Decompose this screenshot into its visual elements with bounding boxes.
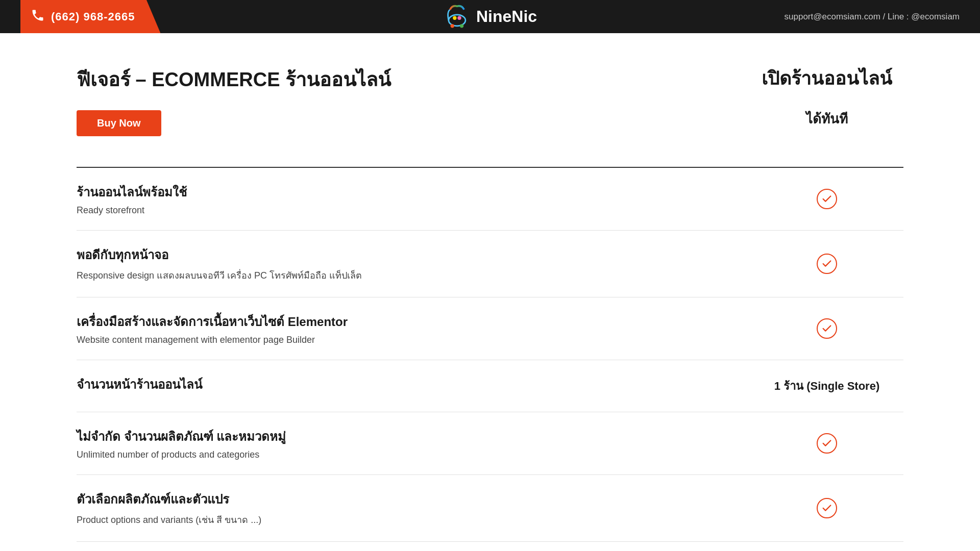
feature-row: จำนวนหน้าร้านออนไลน์1 ร้าน (Single Store… xyxy=(77,360,903,412)
logo-area: NineNic xyxy=(443,3,537,31)
feature-row: เครื่องมือสร้างและจัดการเนื้อหาเว็บไซต์ … xyxy=(77,297,903,360)
page-title: ฟีเจอร์ – ECOMMERCE ร้านออนไลน์ xyxy=(77,64,750,95)
feature-subtitle-en: Product options and variants (เช่น สี ขน… xyxy=(77,512,750,527)
page-header: (662) 968-2665 xyxy=(0,0,980,33)
feature-title-thai: พอดีกับทุกหน้าจอ xyxy=(77,245,750,265)
feature-left: จำนวนหน้าร้านออนไลน์ xyxy=(77,374,750,397)
phone-icon xyxy=(31,8,45,26)
column-title: เปิดร้านออนไลน์ xyxy=(750,64,903,93)
check-icon xyxy=(817,498,837,518)
phone-number: (662) 968-2665 xyxy=(51,10,135,23)
support-info: support@ecomsiam.com / Line : @ecomsiam xyxy=(785,12,960,22)
feature-title-thai: ตัวเลือกผลิตภัณฑ์และตัวแปร xyxy=(77,489,750,509)
check-icon xyxy=(817,433,837,454)
feature-right xyxy=(750,254,903,274)
svg-point-4 xyxy=(457,16,461,20)
feature-title-thai: จำนวนหน้าร้านออนไลน์ xyxy=(77,374,750,394)
feature-right xyxy=(750,498,903,518)
feature-left: พอดีกับทุกหน้าจอResponsive design แสดงผล… xyxy=(77,245,750,283)
header-left: (662) 968-2665 xyxy=(20,0,160,33)
svg-point-2 xyxy=(460,24,463,28)
feature-right xyxy=(750,189,903,209)
logo-icon xyxy=(443,3,471,31)
check-icon xyxy=(817,189,837,209)
feature-title-thai: เครื่องมือสร้างและจัดการเนื้อหาเว็บไซต์ … xyxy=(77,312,750,332)
feature-title-thai: ร้านออนไลน์พร้อมใช้ xyxy=(77,182,750,202)
plan-column-header: เปิดร้านออนไลน์ ได้ทันที xyxy=(750,64,903,129)
feature-right xyxy=(750,318,903,339)
feature-column-header: ฟีเจอร์ – ECOMMERCE ร้านออนไลน์ Buy Now xyxy=(77,64,750,152)
svg-point-0 xyxy=(449,15,465,26)
check-icon xyxy=(817,254,837,274)
svg-point-3 xyxy=(453,16,456,20)
feature-right: 1 ร้าน (Single Store) xyxy=(750,377,903,395)
feature-row: ร้านออนไลน์พร้อมใช้Ready storefront xyxy=(77,168,903,231)
svg-point-1 xyxy=(451,24,454,28)
feature-row: พอดีกับทุกหน้าจอResponsive design แสดงผล… xyxy=(77,231,903,297)
feature-title-thai: ไม่จำกัด จำนวนผลิตภัณฑ์ และหมวดหมู่ xyxy=(77,427,750,446)
check-icon xyxy=(817,318,837,339)
feature-value-text: 1 ร้าน (Single Store) xyxy=(774,377,879,395)
features-list: ร้านออนไลน์พร้อมใช้Ready storefrontพอดีก… xyxy=(77,168,903,542)
buy-now-button[interactable]: Buy Now xyxy=(77,110,161,136)
feature-subtitle-en: Responsive design แสดงผลบนจอทีวี เครื่อง… xyxy=(77,268,750,283)
feature-left: ตัวเลือกผลิตภัณฑ์และตัวแปรProduct option… xyxy=(77,489,750,527)
logo-text: NineNic xyxy=(476,7,537,26)
feature-subtitle-en: Website content management with elemento… xyxy=(77,335,750,345)
feature-left: ร้านออนไลน์พร้อมใช้Ready storefront xyxy=(77,182,750,216)
feature-subtitle-en: Ready storefront xyxy=(77,205,750,216)
page-title-row: ฟีเจอร์ – ECOMMERCE ร้านออนไลน์ Buy Now … xyxy=(77,64,903,152)
main-content: ฟีเจอร์ – ECOMMERCE ร้านออนไลน์ Buy Now … xyxy=(0,33,980,551)
feature-row: ตัวเลือกผลิตภัณฑ์และตัวแปรProduct option… xyxy=(77,475,903,542)
feature-row: ไม่จำกัด จำนวนผลิตภัณฑ์ และหมวดหมู่Unlim… xyxy=(77,412,903,475)
feature-left: ไม่จำกัด จำนวนผลิตภัณฑ์ และหมวดหมู่Unlim… xyxy=(77,427,750,460)
feature-subtitle-en: Unlimited number of products and categor… xyxy=(77,449,750,460)
feature-left: เครื่องมือสร้างและจัดการเนื้อหาเว็บไซต์ … xyxy=(77,312,750,345)
feature-right xyxy=(750,433,903,454)
column-subtitle: ได้ทันที xyxy=(750,108,903,129)
phone-badge: (662) 968-2665 xyxy=(20,0,160,33)
